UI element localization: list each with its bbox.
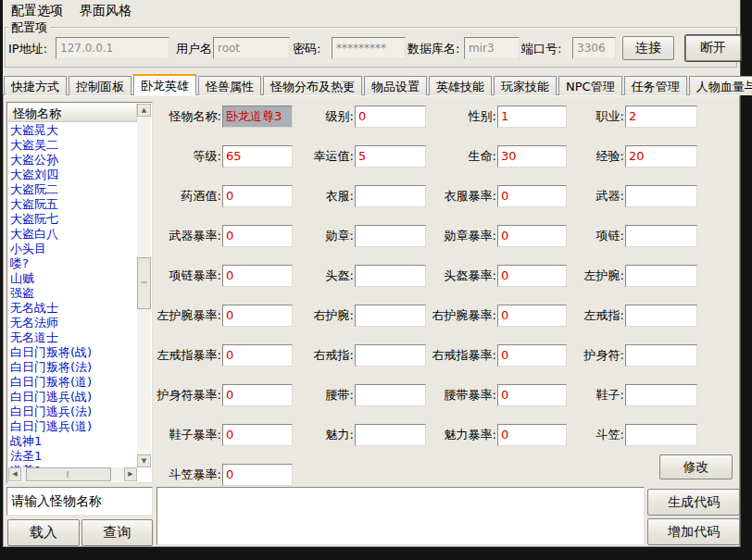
field-label: 左护腕: [584, 268, 625, 284]
monster-list-item[interactable]: 山贼 [10, 271, 136, 286]
field-input[interactable]: 65 [222, 145, 293, 168]
tab-item[interactable]: 英雄技能 [429, 76, 492, 95]
append-code-button[interactable]: 增加代码 [647, 518, 740, 545]
monster-list-item[interactable]: 白日门叛将(道) [10, 375, 136, 390]
scroll-left-icon[interactable]: ◀ [8, 467, 21, 481]
tab-bar: 快捷方式 控制面板 卧龙英雄 怪兽属性 怪物分布及热更 物品设置 英雄技能 玩家… [4, 74, 752, 95]
field-input[interactable] [625, 185, 697, 207]
field-input[interactable] [625, 305, 697, 327]
monster-list-item[interactable]: 无名道士 [10, 330, 136, 345]
field-input[interactable]: 0 [497, 225, 567, 247]
horizontal-scrollbar-thumb[interactable] [26, 467, 111, 481]
monster-list-item[interactable]: 喽? [10, 256, 136, 271]
field-input[interactable]: 0 [222, 305, 293, 327]
menu-item[interactable]: 界面风格 [71, 1, 140, 21]
field-input[interactable]: 0 [222, 225, 293, 247]
code-textarea[interactable] [157, 487, 645, 545]
form-row: 药酒值: 0 衣服: 衣服暴率: 0 武器: [157, 176, 704, 216]
menu-item[interactable]: 配置选项 [3, 1, 71, 21]
field-input[interactable] [355, 305, 426, 327]
monster-list-item[interactable]: 无名战士 [10, 301, 136, 316]
field-input[interactable] [625, 265, 697, 287]
field-input[interactable]: 2 [625, 106, 697, 128]
query-button[interactable]: 查询 [81, 519, 153, 546]
tab-item[interactable]: 怪物分布及热更 [263, 76, 362, 95]
monster-list-item[interactable]: 战神1 [10, 434, 136, 449]
field-input[interactable]: 20 [625, 145, 697, 168]
field-input[interactable] [355, 185, 426, 207]
monster-list-item[interactable]: 白日门逃兵(战) [10, 390, 136, 404]
tab-item[interactable]: 快捷方式 [4, 76, 67, 95]
monster-list-item[interactable]: 大盗刘四 [10, 168, 136, 182]
port-input[interactable]: 3306 [572, 37, 616, 59]
scroll-down-icon[interactable]: ▼ [137, 454, 151, 467]
password-input[interactable]: ********* [332, 37, 406, 59]
username-input[interactable]: root [213, 37, 290, 59]
tab-item[interactable]: 怪兽属性 [198, 76, 261, 95]
monster-list-item[interactable]: 无名法师 [10, 316, 136, 330]
field-input[interactable]: 30 [497, 145, 567, 168]
connect-button[interactable]: 连接 [622, 36, 674, 60]
vertical-scrollbar[interactable]: ▲ ▼ [137, 104, 151, 467]
tab-item[interactable]: 玩家技能 [494, 76, 557, 95]
monster-list-item[interactable]: 强盗 [10, 286, 136, 301]
field-input[interactable]: 0 [355, 106, 426, 128]
field-input[interactable]: 0 [497, 424, 567, 446]
tab-item[interactable]: NPC管理 [558, 76, 622, 95]
monster-list-item[interactable]: 大盗白八 [10, 227, 136, 242]
tab-item[interactable]: 卧龙英雄 [133, 74, 196, 95]
field-input[interactable] [625, 225, 697, 247]
field-input[interactable]: 0 [222, 464, 293, 486]
tab-item[interactable]: 控制面板 [69, 76, 132, 95]
field-input[interactable] [625, 384, 697, 406]
tab-item[interactable]: 物品设置 [364, 76, 427, 95]
disconnect-button[interactable]: 断开 [685, 35, 741, 61]
field-input[interactable]: 0 [222, 265, 293, 287]
monster-list-item[interactable]: 白日门叛将(战) [10, 345, 136, 360]
field-input[interactable]: 0 [497, 185, 567, 207]
monster-list-item[interactable]: 小头目 [10, 242, 136, 256]
field-input[interactable]: 0 [497, 384, 567, 406]
generate-code-button[interactable]: 生成代码 [647, 489, 740, 516]
form-row: 怪物名称: 卧龙道尊3 级别: 0 性别: 1 职业: [157, 96, 704, 136]
field-input[interactable]: 0 [222, 344, 293, 367]
field-input[interactable]: 0 [222, 185, 293, 207]
monster-list-item[interactable]: 大盗公孙 [10, 153, 136, 168]
monster-list-item[interactable]: 大盗吴二 [10, 138, 136, 153]
scroll-up-icon[interactable]: ▲ [137, 104, 151, 117]
field-input[interactable] [625, 344, 697, 367]
monster-list-item[interactable]: 白日门逃兵(道) [10, 419, 136, 434]
monster-list-item[interactable]: 法圣1 [10, 449, 136, 464]
field-input[interactable]: 0 [222, 384, 293, 406]
modify-button[interactable]: 修改 [659, 454, 733, 479]
horizontal-scrollbar[interactable]: ◀ ▶ [8, 467, 137, 481]
field-input[interactable]: 卧龙道尊3 [222, 106, 293, 128]
monster-name-search-input[interactable]: 请输入怪物名称 [6, 487, 153, 516]
ip-input[interactable]: 127.0.0.1 [56, 37, 169, 59]
field-input[interactable] [355, 225, 426, 247]
field-input[interactable]: 1 [497, 106, 567, 128]
monster-list-item[interactable]: 大盗阮五 [10, 197, 136, 212]
scroll-right-icon[interactable]: ▶ [124, 467, 137, 481]
monster-list-item[interactable]: 白日门叛将(法) [10, 360, 136, 375]
field-input[interactable]: 0 [222, 424, 293, 446]
field-input[interactable]: 0 [497, 344, 567, 367]
field-input[interactable] [355, 265, 426, 287]
monster-list-item[interactable]: 大盗阮七 [10, 212, 136, 227]
field-input[interactable]: 0 [497, 305, 567, 327]
field-input[interactable] [355, 344, 426, 367]
vertical-scrollbar-thumb[interactable] [137, 257, 151, 309]
monster-list-item[interactable]: 白日门逃兵(法) [10, 404, 136, 419]
load-button[interactable]: 载入 [7, 519, 80, 546]
database-input[interactable]: mir3 [464, 37, 520, 59]
field-input[interactable] [625, 424, 697, 446]
monster-list-item[interactable]: 大盗晃大 [10, 123, 136, 138]
monster-list-item[interactable]: 大盗阮二 [10, 182, 136, 197]
tab-item[interactable]: 任务管理 [624, 76, 687, 95]
field-input[interactable]: 0 [497, 265, 567, 287]
tab-item[interactable]: 人物血量与经验 [689, 76, 752, 95]
field-input[interactable] [355, 424, 426, 446]
field-input[interactable] [355, 384, 426, 406]
monster-list-header[interactable]: 怪物名称 [8, 104, 137, 122]
field-input[interactable]: 5 [355, 145, 426, 168]
